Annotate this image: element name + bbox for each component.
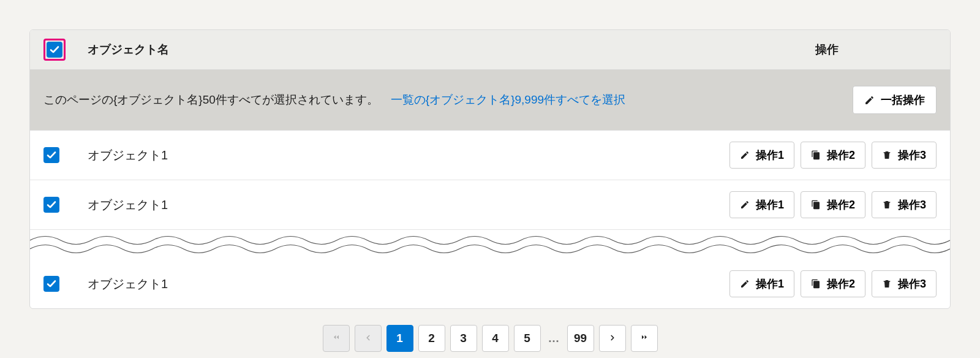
selection-message: このページの{オブジェクト名}50件すべてが選択されています。 xyxy=(43,92,379,108)
trash-icon xyxy=(882,150,892,160)
column-header-name: オブジェクト名 xyxy=(88,42,169,58)
page-number-button[interactable]: 1 xyxy=(386,325,413,352)
action1-button[interactable]: 操作1 xyxy=(729,270,794,297)
select-all-highlight xyxy=(43,39,66,61)
select-all-checkbox[interactable] xyxy=(47,42,62,58)
trash-icon xyxy=(882,279,892,289)
object-table: オブジェクト名 操作 このページの{オブジェクト名}50件すべてが選択されていま… xyxy=(29,29,951,309)
action1-button[interactable]: 操作1 xyxy=(729,142,794,169)
pencil-icon xyxy=(864,95,875,105)
chevron-left-icon xyxy=(364,332,372,345)
check-icon xyxy=(47,150,56,160)
row-gap-indicator xyxy=(30,230,950,259)
page-prev-button[interactable] xyxy=(355,325,382,352)
row-checkbox[interactable] xyxy=(43,197,59,213)
copy-icon xyxy=(811,200,821,210)
copy-icon xyxy=(811,279,821,289)
action3-button[interactable]: 操作3 xyxy=(872,191,937,218)
row-checkbox[interactable] xyxy=(43,147,59,163)
page-number-button[interactable]: 2 xyxy=(418,325,445,352)
pencil-icon xyxy=(740,150,750,160)
pagination: 1 2 3 4 5 … 99 xyxy=(29,325,951,352)
selection-banner: このページの{オブジェクト名}50件すべてが選択されています。 一覧の{オブジェ… xyxy=(30,70,950,131)
chevron-double-right-icon xyxy=(639,332,649,345)
action1-label: 操作1 xyxy=(756,148,784,162)
chevron-double-left-icon xyxy=(331,332,341,345)
action1-label: 操作1 xyxy=(756,276,784,291)
action3-label: 操作3 xyxy=(898,197,926,212)
page-last-button[interactable] xyxy=(631,325,658,352)
table-header: オブジェクト名 操作 xyxy=(30,30,950,70)
row-actions: 操作1 操作2 操作3 xyxy=(729,142,937,169)
action2-button[interactable]: 操作2 xyxy=(801,191,865,218)
copy-icon xyxy=(811,150,821,160)
column-header-actions: 操作 xyxy=(815,42,839,58)
page-ellipsis: … xyxy=(546,332,562,345)
action3-label: 操作3 xyxy=(898,276,926,291)
action2-button[interactable]: 操作2 xyxy=(801,270,865,297)
check-icon xyxy=(47,200,56,210)
table-row: オブジェクト1 操作1 操作2 操作3 xyxy=(30,259,950,308)
row-name: オブジェクト1 xyxy=(88,147,168,164)
action3-button[interactable]: 操作3 xyxy=(872,142,937,169)
table-row: オブジェクト1 操作1 操作2 操作3 xyxy=(30,131,950,180)
row-actions: 操作1 操作2 操作3 xyxy=(729,191,937,218)
trash-icon xyxy=(882,200,892,210)
action3-label: 操作3 xyxy=(898,148,926,162)
row-name: オブジェクト1 xyxy=(88,197,168,213)
action2-button[interactable]: 操作2 xyxy=(801,142,865,169)
row-name: オブジェクト1 xyxy=(88,276,168,292)
page-number-button[interactable]: 3 xyxy=(450,325,477,352)
chevron-right-icon xyxy=(608,332,617,345)
check-icon xyxy=(47,279,56,289)
table-row: オブジェクト1 操作1 操作2 操作3 xyxy=(30,180,950,230)
action1-label: 操作1 xyxy=(756,197,784,212)
page-number-button[interactable]: 4 xyxy=(482,325,509,352)
action2-label: 操作2 xyxy=(827,276,855,291)
page-first-button[interactable] xyxy=(323,325,350,352)
action1-button[interactable]: 操作1 xyxy=(729,191,794,218)
row-actions: 操作1 操作2 操作3 xyxy=(729,270,937,297)
check-icon xyxy=(50,45,59,55)
pencil-icon xyxy=(740,279,750,289)
pencil-icon xyxy=(740,200,750,210)
page-next-button[interactable] xyxy=(599,325,626,352)
bulk-action-button[interactable]: 一括操作 xyxy=(853,86,937,114)
page-number-button[interactable]: 99 xyxy=(567,325,594,352)
page-number-button[interactable]: 5 xyxy=(514,325,541,352)
action2-label: 操作2 xyxy=(827,197,855,212)
action2-label: 操作2 xyxy=(827,148,855,162)
action3-button[interactable]: 操作3 xyxy=(872,270,937,297)
bulk-action-label: 一括操作 xyxy=(881,93,925,107)
row-checkbox[interactable] xyxy=(43,276,59,292)
select-all-link[interactable]: 一覧の{オブジェクト名}9,999件すべてを選択 xyxy=(391,92,625,108)
